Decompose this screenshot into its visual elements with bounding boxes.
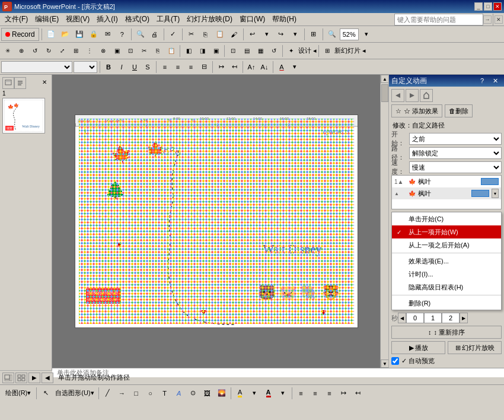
tb2-btn7[interactable]: ⋮ xyxy=(83,44,96,58)
play-button[interactable]: ▶ 播放 xyxy=(391,341,445,354)
close-button[interactable]: ✕ xyxy=(493,2,502,11)
tb2-align-center[interactable]: ▣ xyxy=(209,44,222,58)
anim-item-dropdown-2[interactable]: ▾ xyxy=(492,189,499,198)
new-button[interactable]: 📄 xyxy=(44,28,58,41)
align-center-button[interactable]: ≡ xyxy=(172,61,184,73)
indent-more[interactable]: ↦ xyxy=(337,387,350,400)
anim-item-2[interactable]: ▲ 🍁 枫叶 ▾ xyxy=(392,187,501,199)
start-select[interactable]: 之前 单击时 之后 xyxy=(409,133,502,145)
open-button[interactable]: 📂 xyxy=(59,28,72,41)
menu-tools[interactable]: 工具(T) xyxy=(153,13,183,26)
nav-forward-button[interactable] xyxy=(406,89,419,102)
format-painter-button[interactable]: 🖌 xyxy=(228,28,241,41)
ctx-from-prev[interactable]: ✓ 从上一项开始(W) xyxy=(392,225,501,238)
nav-home-button[interactable] xyxy=(420,89,433,102)
wordart-button[interactable]: A xyxy=(173,387,186,400)
fill-dropdown[interactable]: ▾ xyxy=(248,387,261,400)
align-right-button[interactable]: ≡ xyxy=(185,61,197,73)
undo-dropdown[interactable]: ▾ xyxy=(260,28,273,41)
tb2-align-left[interactable]: ◧ xyxy=(182,44,195,58)
slideshow-button[interactable]: ⊞ 幻灯片放映 xyxy=(448,341,502,354)
permission-button[interactable]: 🔒 xyxy=(87,28,100,41)
menu-view[interactable]: 视图(V) xyxy=(62,13,93,26)
tb2-fill[interactable]: ▦ xyxy=(254,44,267,58)
indent-less[interactable]: ↤ xyxy=(352,387,365,400)
scroll-thumb[interactable] xyxy=(381,84,388,102)
font-size-decrease[interactable]: A↓ xyxy=(259,61,270,73)
redo-dropdown[interactable]: ▾ xyxy=(289,28,302,41)
ctx-hide-schedule[interactable]: 隐藏高级日程表(H) xyxy=(392,281,501,294)
time-input-1[interactable] xyxy=(424,313,442,323)
align-left-draw[interactable]: ≡ xyxy=(295,387,308,400)
normal-view-button[interactable] xyxy=(2,373,14,383)
align-justify-button[interactable]: ⊟ xyxy=(198,61,210,73)
menu-file[interactable]: 文件(F) xyxy=(1,13,31,26)
scroll-up-button[interactable]: ▲ xyxy=(381,75,389,83)
bold-button[interactable]: B xyxy=(103,61,114,73)
scroll-track[interactable] xyxy=(381,83,388,359)
picture-button[interactable]: 🌄 xyxy=(215,387,228,400)
save-button[interactable]: 💾 xyxy=(73,28,86,41)
menu-slideshow[interactable]: 幻灯片放映(D) xyxy=(183,13,236,26)
tab-slides[interactable] xyxy=(2,77,14,89)
menu-edit[interactable]: 编辑(E) xyxy=(31,13,62,26)
font-color-draw-button[interactable]: A xyxy=(262,387,275,400)
clipart-button[interactable]: 🖼 xyxy=(201,387,214,400)
font-size-increase[interactable]: A↑ xyxy=(245,61,257,73)
increase-indent-button[interactable]: ↦ xyxy=(215,61,227,73)
panel-close-button[interactable]: ✕ xyxy=(489,74,502,87)
slide-canvas[interactable]: 2004.01 March 08 3.17 xyxy=(75,114,358,328)
copy-button[interactable]: ⎘ xyxy=(199,28,212,41)
paste-button[interactable]: 📋 xyxy=(213,28,227,41)
font-color-button[interactable]: A xyxy=(276,61,288,73)
tb2-shadow[interactable]: ⊡ xyxy=(227,44,240,58)
tb2-btn11[interactable]: ✂ xyxy=(138,44,151,58)
close-pane-button[interactable]: ✕ xyxy=(495,15,503,24)
scroll-left-button[interactable]: ◀ xyxy=(42,373,53,383)
menu-window[interactable]: 窗口(W) xyxy=(236,13,269,26)
print-button[interactable]: 🖨 xyxy=(148,28,161,41)
menu-insert[interactable]: 插入(I) xyxy=(93,13,121,26)
time-next-button[interactable]: ▶ xyxy=(460,313,468,323)
zoom-dropdown[interactable]: ▾ xyxy=(360,28,373,41)
tb2-btn1[interactable]: ✳ xyxy=(1,44,14,58)
oval-button[interactable]: ○ xyxy=(144,387,157,400)
align-center-draw[interactable]: ≡ xyxy=(309,387,322,400)
autoshapes-button[interactable]: 自选图形(U)▾ xyxy=(53,387,95,400)
slide-sorter-button[interactable] xyxy=(15,373,27,383)
italic-button[interactable]: I xyxy=(116,61,127,73)
ctx-click-start[interactable]: 单击开始(C) xyxy=(392,212,501,225)
help-search-input[interactable] xyxy=(394,14,483,26)
time-prev-button[interactable]: ◀ xyxy=(398,313,406,323)
panel-collapse-button[interactable]: ✕ xyxy=(40,77,49,87)
tb2-rotate[interactable]: ↺ xyxy=(267,44,280,58)
animation-list[interactable]: 1▲ 🍁 枫叶 ▲ 🍁 枫叶 ▾ xyxy=(391,175,502,209)
tb2-btn5[interactable]: ⤢ xyxy=(56,44,69,58)
help-button[interactable]: ? xyxy=(116,28,129,41)
align-right-draw[interactable]: ≡ xyxy=(323,387,336,400)
anim-item-1[interactable]: 1▲ 🍁 枫叶 xyxy=(392,176,501,187)
line-button[interactable]: ╱ xyxy=(101,387,114,400)
tb2-btn13[interactable]: 📋 xyxy=(165,44,178,58)
maximize-button[interactable]: □ xyxy=(484,2,492,11)
rect-button[interactable]: □ xyxy=(130,387,143,400)
tb2-btn9[interactable]: ▣ xyxy=(110,44,123,58)
delete-effect-button[interactable]: 🗑 删除 xyxy=(445,104,473,117)
print-preview-button[interactable]: 🔍 xyxy=(134,28,147,41)
auto-preview-checkbox[interactable] xyxy=(391,357,399,365)
add-effect-button[interactable]: ☆ ☆ 添加效果 xyxy=(391,104,442,117)
arrow-button[interactable]: → xyxy=(116,387,129,400)
record-button[interactable]: Record xyxy=(1,28,39,41)
decrease-indent-button[interactable]: ↤ xyxy=(228,61,240,73)
time-input-2[interactable] xyxy=(442,313,460,323)
align-left-button[interactable]: ≡ xyxy=(159,61,171,73)
speed-select[interactable]: 慢速 中速 快速 xyxy=(409,161,502,173)
underline-button[interactable]: U xyxy=(129,61,141,73)
menu-format[interactable]: 格式(O) xyxy=(122,13,153,26)
tb2-btn3[interactable]: ↺ xyxy=(28,44,42,58)
strikethrough-button[interactable]: S xyxy=(142,61,154,73)
tab-outline[interactable] xyxy=(14,77,26,89)
fill-color-button[interactable]: A xyxy=(234,387,247,400)
menu-help[interactable]: 帮助(H) xyxy=(269,13,300,26)
canvas-area[interactable]: 2004.01 March 08 3.17 xyxy=(52,75,380,368)
